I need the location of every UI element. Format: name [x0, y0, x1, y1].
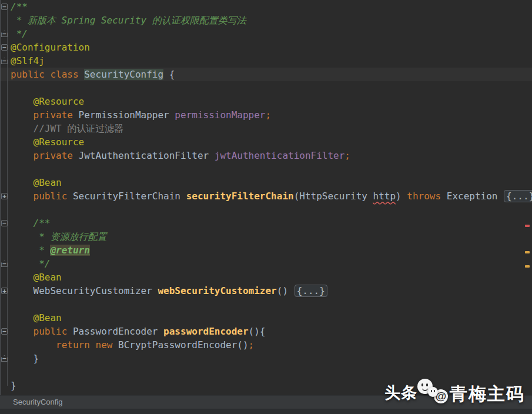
code-token: * 资源放行配置 — [34, 231, 107, 242]
code-token: () — [277, 285, 294, 296]
code-line[interactable] — [0, 365, 532, 379]
code-token: (){ — [249, 326, 266, 337]
code-token: permissionMapper — [175, 109, 265, 121]
code-token — [11, 258, 34, 269]
code-line[interactable]: /** — [0, 0, 532, 14]
code-line[interactable]: */ — [0, 27, 532, 41]
code-token — [11, 177, 34, 188]
code-token — [11, 272, 34, 283]
code-line[interactable]: * 新版本 Spring Security 的认证权限配置类写法 — [0, 14, 532, 27]
code-token — [11, 245, 34, 256]
code-token: Exception — [447, 191, 503, 202]
code-token: @Bean — [34, 177, 62, 188]
code-line[interactable]: public class SecurityConfig { — [0, 68, 532, 81]
code-token: jwtAuthenticationFilter — [215, 150, 345, 161]
code-token: public class — [11, 69, 84, 80]
fold-expand-icon[interactable]: + — [1, 193, 8, 199]
fold-collapse-icon[interactable]: − — [1, 4, 8, 10]
code-line[interactable]: */ — [0, 257, 532, 271]
code-token: public — [34, 326, 73, 337]
code-line[interactable]: * @return — [0, 243, 532, 257]
code-line[interactable]: WebSecurityCustomizer webSecurityCustomi… — [0, 284, 532, 298]
code-token: PermissionMapper — [79, 109, 175, 121]
code-token: ) — [396, 191, 407, 202]
code-token: /** — [34, 218, 51, 229]
folded-region[interactable]: {...} — [504, 190, 532, 202]
folded-region[interactable]: {...} — [295, 285, 327, 297]
code-token — [11, 96, 34, 107]
code-line[interactable]: public PasswordEncoder passwordEncoder()… — [0, 325, 532, 338]
code-token: public — [34, 191, 73, 202]
code-token: ( — [294, 191, 300, 202]
code-token: } — [11, 380, 16, 391]
code-token — [11, 123, 34, 134]
code-token — [11, 150, 34, 161]
code-line[interactable]: @Bean — [0, 311, 532, 325]
code-token: HttpSecurity — [299, 191, 373, 202]
code-token — [11, 339, 56, 350]
code-token — [11, 231, 34, 242]
code-line[interactable]: @Configuration — [0, 41, 532, 54]
code-token: private — [34, 109, 79, 121]
fold-expand-icon[interactable]: + — [1, 288, 8, 294]
code-token: @Bean — [34, 312, 62, 323]
code-token — [11, 109, 34, 121]
code-token — [11, 326, 34, 337]
code-token: securityFilterChain — [186, 191, 294, 202]
code-line[interactable] — [0, 298, 532, 311]
code-token: BCryptPasswordEncoder() — [118, 339, 249, 350]
code-line[interactable]: @Bean — [0, 271, 532, 284]
watermark-prefix-text: 头条 — [384, 381, 417, 405]
code-token: WebSecurityCustomizer — [34, 285, 158, 296]
code-area[interactable]: /** * 新版本 Spring Security 的认证权限配置类写法 */@… — [0, 0, 532, 392]
error-stripe-mark[interactable] — [525, 265, 530, 268]
code-line[interactable]: return new BCryptPasswordEncoder(); — [0, 338, 532, 352]
code-editor[interactable]: /** * 新版本 Spring Security 的认证权限配置类写法 */@… — [0, 0, 532, 395]
watermark-account-name: 青梅主码 — [450, 381, 525, 407]
code-token: throws — [407, 191, 446, 202]
code-token: //JWT 的认证过滤器 — [34, 123, 124, 134]
code-line[interactable] — [0, 81, 532, 95]
code-token: @return — [50, 245, 89, 256]
fold-collapse-icon[interactable]: − — [1, 44, 8, 51]
code-line[interactable]: @Bean — [0, 176, 532, 189]
code-token: } — [34, 353, 39, 364]
breadcrumb-item-class[interactable]: SecurityConfig — [13, 398, 63, 406]
toutiao-smiley-icon — [416, 381, 442, 407]
code-token: @Configuration — [11, 42, 90, 53]
fold-collapse-icon[interactable]: − — [1, 328, 8, 335]
code-line[interactable] — [0, 203, 532, 216]
code-token: /** — [11, 1, 28, 12]
code-line[interactable]: private JwtAuthenticationFilter jwtAuthe… — [0, 149, 532, 162]
code-token: @Resource — [34, 136, 85, 148]
code-token — [11, 353, 34, 364]
code-token: ; — [344, 150, 350, 161]
code-line[interactable]: * 资源放行配置 — [0, 230, 532, 243]
fold-collapse-icon[interactable]: − — [1, 220, 8, 226]
code-token: webSecurityCustomizer — [158, 285, 276, 296]
code-line[interactable]: /** — [0, 216, 532, 230]
code-token: return new — [56, 339, 118, 350]
code-token: JwtAuthenticationFilter — [79, 150, 215, 161]
code-token: SecurityFilterChain — [73, 191, 186, 202]
code-token: private — [34, 150, 79, 161]
error-stripe-mark[interactable] — [525, 225, 530, 227]
code-line[interactable]: @Resource — [0, 95, 532, 108]
code-token: passwordEncoder — [163, 326, 249, 337]
code-line[interactable]: @Slf4j — [0, 54, 532, 68]
code-token: @Slf4j — [11, 55, 45, 66]
status-bar-strip — [0, 409, 532, 414]
code-token: @Resource — [34, 96, 85, 107]
code-line[interactable]: @Resource — [0, 135, 532, 149]
code-line[interactable]: } — [0, 352, 532, 365]
code-line[interactable] — [0, 162, 532, 176]
code-token: http — [373, 191, 396, 202]
toutiao-watermark: 头条 @ 青梅主码 — [384, 381, 525, 407]
code-token: * 新版本 Spring Security 的认证权限配置类写法 — [11, 15, 246, 26]
code-token: */ — [34, 258, 51, 269]
code-token: ; — [249, 339, 255, 350]
code-line[interactable]: private PermissionMapper permissionMappe… — [0, 108, 532, 122]
code-line[interactable]: public SecurityFilterChain securityFilte… — [0, 189, 532, 203]
error-stripe-mark[interactable] — [525, 251, 530, 253]
code-line[interactable]: //JWT 的认证过滤器 — [0, 122, 532, 135]
